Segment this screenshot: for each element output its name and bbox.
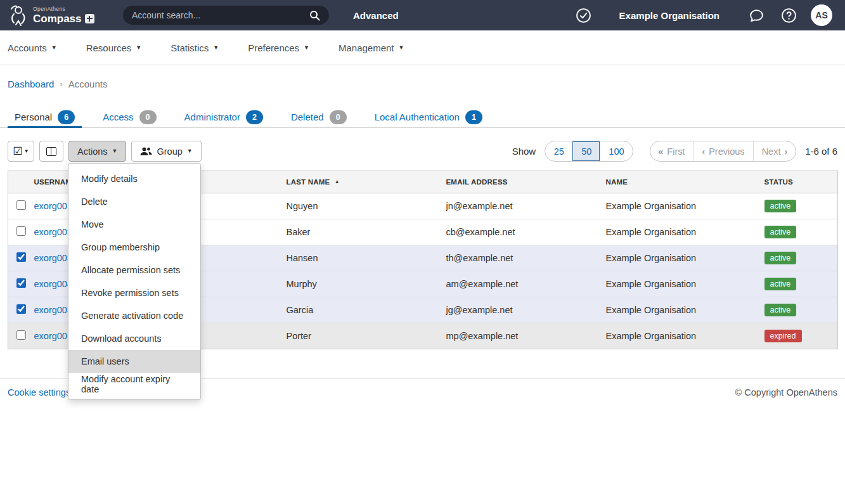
help-icon[interactable]	[781, 8, 797, 23]
tab-administrator[interactable]: Administrator 2	[177, 107, 270, 127]
pagination-previous-button[interactable]: ‹ Previous	[693, 141, 753, 161]
header-checkbox-column	[8, 171, 29, 193]
openathens-figure-icon	[8, 4, 29, 27]
select-all-button[interactable]: ☑ ▼	[8, 141, 34, 162]
email-cell: am@example.net	[439, 271, 598, 297]
chevron-right-icon: ›	[784, 146, 787, 157]
menu-item-group-membership[interactable]: Group membership	[68, 236, 200, 259]
tab-count-badge: 2	[246, 110, 263, 124]
tab-access[interactable]: Access 0	[96, 107, 163, 127]
row-checkbox[interactable]	[16, 304, 26, 314]
pagination-first-button[interactable]: « First	[650, 141, 693, 161]
name-cell: Example Organisation	[598, 193, 757, 219]
menu-item-download-accounts[interactable]: Download accounts	[68, 327, 200, 350]
nav-item-accounts[interactable]: Accounts▼	[8, 42, 57, 53]
row-checkbox[interactable]	[16, 200, 26, 210]
header-name[interactable]: NAME	[598, 171, 757, 193]
name-cell: Example Organisation	[598, 219, 757, 245]
menu-item-email-users[interactable]: Email users	[68, 350, 200, 373]
username-link[interactable]: exorg003	[34, 253, 72, 263]
email-cell: cb@example.net	[439, 219, 598, 245]
breadcrumb-separator: ›	[60, 79, 62, 89]
chevron-down-icon: ▼	[112, 148, 118, 154]
pagination-next-button[interactable]: Next ›	[753, 141, 796, 161]
menu-item-modify-details[interactable]: Modify details	[68, 167, 200, 190]
account-search-input[interactable]: Account search...	[123, 6, 329, 25]
menu-item-move[interactable]: Move	[68, 213, 200, 236]
nav-item-statistics[interactable]: Statistics▼	[171, 42, 219, 53]
email-cell: th@example.net	[439, 245, 598, 271]
show-label: Show	[512, 146, 536, 157]
username-link[interactable]: exorg005	[34, 305, 72, 315]
columns-icon	[46, 147, 56, 156]
header-last-name[interactable]: LAST NAME ▲	[279, 171, 439, 193]
chevron-down-icon: ▼	[24, 148, 29, 154]
group-dropdown-button[interactable]: Group ▼	[131, 141, 201, 162]
breadcrumb-dashboard-link[interactable]: Dashboard	[8, 79, 54, 89]
chevron-down-icon: ▼	[213, 45, 219, 51]
row-checkbox[interactable]	[16, 278, 26, 288]
menu-item-revoke-permission-sets[interactable]: Revoke permission sets	[68, 281, 200, 304]
status-badge: expired	[764, 330, 802, 343]
menu-item-generate-activation-code[interactable]: Generate activation code	[68, 304, 200, 327]
menu-item-allocate-permission-sets[interactable]: Allocate permission sets	[68, 259, 200, 281]
last-name-cell: Porter	[279, 323, 439, 349]
actions-dropdown-button[interactable]: Actions ▼	[68, 141, 126, 162]
page-size-25[interactable]: 25	[545, 141, 572, 161]
app-header: OpenAthens Compass Account search... Adv…	[0, 0, 845, 30]
name-cell: Example Organisation	[598, 271, 757, 297]
header-email-address[interactable]: EMAIL ADDRESS	[439, 171, 598, 193]
page-size-50[interactable]: 50	[572, 141, 600, 161]
organisation-name[interactable]: Example Organisation	[619, 10, 719, 21]
tab-deleted[interactable]: Deleted 0	[284, 107, 354, 127]
chevron-left-icon: ‹	[702, 146, 706, 157]
messages-icon[interactable]	[749, 8, 764, 23]
column-settings-button[interactable]	[39, 141, 63, 162]
status-check-circle-icon[interactable]	[576, 8, 591, 23]
nav-item-resources[interactable]: Resources▼	[86, 42, 142, 53]
username-link[interactable]: exorg001	[34, 201, 72, 211]
tab-local-authentication[interactable]: Local Authentication 1	[368, 107, 489, 127]
tab-count-badge: 1	[465, 110, 482, 124]
breadcrumb-current: Accounts	[68, 79, 108, 89]
last-name-cell: Garcia	[279, 297, 439, 323]
cookie-settings-link[interactable]: Cookie settings	[8, 387, 70, 397]
brand-name-bottom: Compass	[33, 13, 82, 24]
row-checkbox[interactable]	[16, 226, 26, 236]
username-link[interactable]: exorg002	[34, 227, 72, 237]
breadcrumb: Dashboard › Accounts	[0, 65, 845, 89]
pagination-group: « First ‹ Previous Next ›	[650, 141, 797, 162]
brand-logo[interactable]: OpenAthens Compass	[8, 4, 112, 27]
chevron-down-icon: ▼	[304, 45, 309, 51]
account-type-tabs: Personal 6 Access 0 Administrator 2 Dele…	[0, 107, 845, 128]
brand-name-top: OpenAthens	[33, 6, 94, 12]
menu-item-delete[interactable]: Delete	[68, 190, 200, 213]
page-size-100[interactable]: 100	[600, 141, 632, 161]
header-status[interactable]: STATUS	[757, 171, 838, 193]
name-cell: Example Organisation	[598, 323, 757, 349]
user-avatar[interactable]: AS	[811, 4, 832, 26]
email-cell: jg@example.net	[439, 297, 598, 323]
tab-count-badge: 0	[139, 110, 157, 124]
sort-ascending-icon: ▲	[335, 179, 340, 184]
row-checkbox[interactable]	[16, 330, 26, 340]
advanced-search-link[interactable]: Advanced	[353, 10, 399, 21]
result-range-text: 1-6 of 6	[805, 146, 837, 157]
last-name-cell: Nguyen	[279, 193, 439, 219]
copyright-text: © Copyright OpenAthens	[735, 387, 837, 397]
table-toolbar: ☑ ▼ Actions ▼ Group ▼ Show 25 50 100 « F…	[8, 141, 837, 162]
username-link[interactable]: exorg004	[34, 279, 72, 289]
tab-count-badge: 6	[58, 110, 75, 124]
last-name-cell: Murphy	[279, 271, 439, 297]
search-placeholder: Account search...	[132, 10, 200, 20]
search-icon[interactable]	[309, 10, 320, 21]
nav-item-management[interactable]: Management▼	[339, 42, 404, 53]
menu-item-modify-account-expiry-date[interactable]: Modify account expiry date	[68, 373, 200, 396]
nav-item-preferences[interactable]: Preferences▼	[248, 42, 309, 53]
username-link[interactable]: exorg006	[34, 331, 72, 341]
checkbox-select-icon: ☑	[13, 146, 22, 157]
tab-personal[interactable]: Personal 6	[8, 107, 82, 127]
email-cell: jn@example.net	[439, 193, 598, 219]
chevron-down-icon: ▼	[187, 148, 193, 154]
row-checkbox[interactable]	[16, 252, 26, 262]
